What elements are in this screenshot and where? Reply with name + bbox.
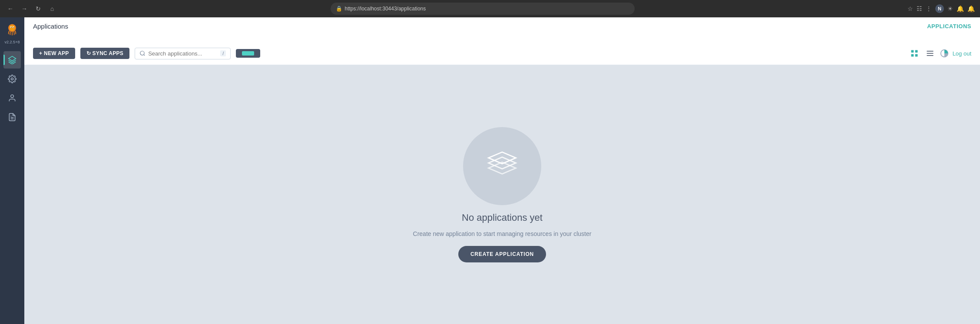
header: Applications APPLICATIONS + NEW APP ↻ SY…: [24, 17, 980, 65]
empty-state-container: No applications yet Create new applicati…: [24, 65, 980, 324]
svg-marker-6: [9, 56, 16, 61]
home-button[interactable]: ⌂: [47, 3, 57, 14]
version-label: v2.2.5+8: [5, 40, 20, 44]
url-text: https://localhost:30443/applications: [345, 6, 426, 12]
create-application-button[interactable]: CREATE APPLICATION: [458, 246, 546, 262]
list-view-button[interactable]: [924, 47, 936, 59]
extensions-icon[interactable]: ☷: [917, 5, 922, 12]
browser-chrome: ← → ↻ ⌂ 🔒 https://localhost:30443/applic…: [0, 0, 980, 17]
refresh-button[interactable]: ↻: [33, 3, 43, 14]
status-chart-icon[interactable]: [940, 49, 949, 58]
back-button[interactable]: ←: [5, 3, 16, 14]
svg-line-12: [144, 55, 145, 56]
search-input[interactable]: [148, 50, 218, 57]
svg-marker-22: [489, 157, 516, 169]
star-icon[interactable]: ☆: [907, 5, 913, 12]
svg-rect-13: [911, 50, 914, 53]
empty-state-icon-circle: [463, 127, 541, 205]
user-nav-icon: [8, 94, 17, 102]
brightness-icon[interactable]: ☀: [947, 5, 953, 12]
search-box: /: [135, 48, 231, 59]
alert-icon[interactable]: 🔔: [967, 5, 975, 12]
search-shortcut: /: [220, 50, 226, 56]
grid-view-icon: [910, 49, 919, 58]
octopus-logo-icon: [4, 22, 20, 37]
svg-point-4: [11, 27, 12, 28]
sidebar: v2.2.5+8: [0, 17, 24, 324]
sidebar-item-user[interactable]: [3, 89, 21, 107]
svg-point-8: [11, 95, 14, 98]
layers-nav-icon: [8, 56, 17, 64]
active-indicator: [3, 55, 5, 65]
list-view-icon: [926, 49, 934, 58]
app-container: v2.2.5+8: [0, 17, 980, 324]
security-icon: 🔒: [336, 6, 342, 12]
header-right-actions: Log out: [908, 47, 971, 59]
svg-point-1: [10, 25, 15, 31]
menu-icon[interactable]: ⋮: [926, 5, 932, 12]
empty-state-subtitle: Create new application to start managing…: [413, 230, 592, 237]
settings-nav-icon: [8, 75, 17, 83]
filter-indicator: [242, 51, 254, 56]
grid-view-button[interactable]: [908, 47, 920, 59]
svg-point-11: [140, 51, 144, 55]
app-logo[interactable]: [3, 21, 21, 38]
sidebar-item-docs[interactable]: [3, 108, 21, 126]
new-app-button[interactable]: + NEW APP: [33, 48, 75, 59]
logout-button[interactable]: Log out: [953, 50, 971, 57]
main-content: Applications APPLICATIONS + NEW APP ↻ SY…: [24, 17, 980, 324]
svg-rect-14: [915, 50, 917, 53]
page-title: Applications: [33, 23, 68, 30]
sync-apps-button[interactable]: ↻ SYNC APPS: [80, 48, 130, 59]
header-top: Applications APPLICATIONS: [33, 17, 971, 30]
browser-toolbar: ☆ ☷ ⋮ N ☀ 🔔 🔔: [907, 4, 975, 13]
svg-rect-15: [911, 54, 914, 57]
bell-icon[interactable]: 🔔: [957, 5, 964, 12]
sidebar-item-settings[interactable]: [3, 70, 21, 88]
filter-button[interactable]: [236, 49, 260, 58]
profile-n-icon[interactable]: N: [935, 4, 944, 13]
empty-state-title: No applications yet: [462, 212, 543, 223]
search-icon: [139, 50, 146, 56]
forward-button[interactable]: →: [19, 3, 30, 14]
header-bottom: + NEW APP ↻ SYNC APPS /: [33, 47, 971, 65]
layers-empty-icon: [483, 147, 522, 186]
svg-rect-16: [915, 54, 917, 57]
sidebar-item-applications[interactable]: [3, 51, 21, 69]
app-section-label: APPLICATIONS: [927, 23, 971, 29]
svg-point-7: [11, 78, 13, 80]
svg-point-5: [13, 27, 14, 28]
docs-nav-icon: [8, 113, 17, 121]
address-bar[interactable]: 🔒 https://localhost:30443/applications: [331, 3, 635, 15]
